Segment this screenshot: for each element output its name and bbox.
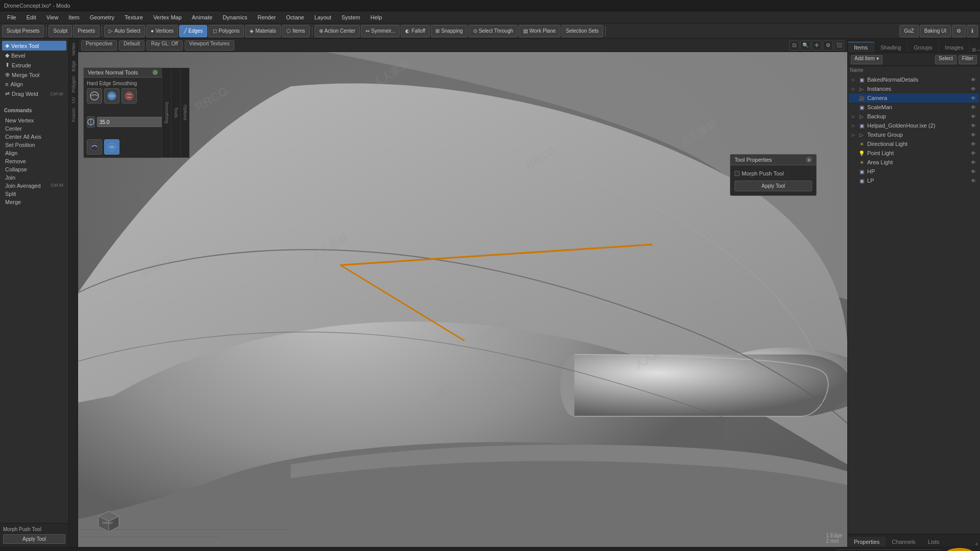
smooth-btn-4[interactable] — [87, 139, 102, 155]
scaleman-vis[interactable]: 👁 — [970, 104, 977, 111]
menu-view[interactable]: View — [42, 13, 63, 21]
vtab-vertex[interactable]: Vertex — [70, 41, 77, 58]
items-btn[interactable]: ⬡ Items — [282, 25, 309, 37]
vertices-btn[interactable]: ● Vertices — [146, 25, 178, 37]
pointlight-vis[interactable]: 👁 — [970, 149, 977, 157]
smooth-btn-2[interactable] — [104, 88, 119, 104]
viewport-textures-btn[interactable]: Viewport Textures — [185, 40, 234, 51]
backup-expand[interactable]: ▷ — [851, 114, 856, 119]
scene-camera[interactable]: 🎥 Camera 👁 — [849, 93, 979, 103]
arealight-vis[interactable]: 👁 — [970, 159, 977, 166]
camera-vis[interactable]: 👁 — [970, 94, 977, 102]
action-center-btn[interactable]: ⊕ Action Center — [314, 25, 360, 37]
scene-lp[interactable]: ▣ LP 👁 — [849, 176, 979, 185]
baked-vis[interactable]: 👁 — [970, 76, 977, 83]
snapping-btn[interactable]: ⊞ Snapping — [431, 25, 467, 37]
symmetry-btn[interactable]: ⇔ Symmeir... — [361, 25, 400, 37]
helpad-expand[interactable]: ▷ — [851, 123, 856, 128]
cmd-join-averaged[interactable]: Join Averaged Ctrl-M — [2, 182, 66, 190]
dirlight-vis[interactable]: 👁 — [970, 140, 977, 147]
rp-tab-groups[interactable]: Groups — [908, 42, 939, 53]
cmd-center[interactable]: Center — [2, 124, 66, 133]
selection-sets-btn[interactable]: Selection Sets — [561, 25, 603, 37]
tex-expand[interactable]: ▷ — [851, 132, 856, 137]
baking-ui-btn[interactable]: Baking UI — [920, 25, 951, 37]
smooth-value-input[interactable] — [97, 117, 167, 127]
edges-btn[interactable]: ╱ Edges — [179, 25, 207, 37]
dirlight-expand[interactable] — [851, 141, 856, 146]
viewport-settings-icon[interactable]: ⚙ — [823, 40, 833, 51]
command-input[interactable] — [837, 549, 939, 552]
rb-tab-channels[interactable]: Channels — [886, 537, 921, 547]
filter-btn[interactable]: Filter — [959, 55, 977, 64]
rp-tab-items[interactable]: Items — [848, 42, 874, 53]
menu-edit[interactable]: Edit — [22, 13, 40, 21]
viewport-canvas[interactable]: RRCG 人人素材 RRCG 人人素材 RRCG 人人素材 RRCG 人人素材 … — [78, 52, 847, 547]
cmd-merge[interactable]: Merge — [2, 198, 66, 206]
scene-area-light[interactable]: ☀ Area Light 👁 — [849, 158, 979, 167]
menu-item[interactable]: Item — [64, 13, 83, 21]
scene-helpad[interactable]: ▷ ▣ Helpad_GoldenHour.ixe (2) 👁 — [849, 121, 979, 130]
align-tool-item[interactable]: ≡ Align — [2, 80, 66, 89]
scene-scaleman[interactable]: ▣ ScaleMan 👁 — [849, 103, 979, 112]
scene-backup[interactable]: ▷ ▷ Backup 👁 — [849, 112, 979, 121]
add-item-btn[interactable]: Add Item ▾ — [851, 55, 883, 64]
lp-expand[interactable] — [851, 178, 856, 183]
sculpt-presets-btn[interactable]: Sculpt Presets — [2, 25, 44, 37]
pointlight-expand[interactable] — [851, 151, 856, 156]
arealight-expand[interactable] — [851, 160, 856, 165]
menu-help[interactable]: Help — [366, 13, 386, 21]
tp-apply-btn[interactable]: Apply Tool — [734, 181, 812, 191]
menu-file[interactable]: File — [3, 13, 20, 21]
vertex-tool-item[interactable]: ◈ Vertex Tool — [2, 41, 66, 51]
baked-expand[interactable]: ▷ — [851, 77, 856, 82]
polygons-btn[interactable]: ◻ Polygons — [208, 25, 244, 37]
menu-octane[interactable]: Octane — [282, 13, 308, 21]
scene-instances[interactable]: ▷ ▷ Instances 👁 — [849, 84, 979, 93]
viewport-shading-btn[interactable]: Default — [119, 40, 144, 51]
vtab-edge[interactable]: Edge — [70, 59, 77, 73]
menu-texture[interactable]: Texture — [120, 13, 147, 21]
menu-geometry[interactable]: Geometry — [86, 13, 118, 21]
sculpt-btn[interactable]: Sculpt — [48, 25, 72, 37]
viewport-fullscreen-icon[interactable]: ⬛ — [834, 40, 844, 51]
viewport-raygl-btn[interactable]: Ray GL: Off — [146, 40, 183, 51]
cmd-split[interactable]: Split — [2, 190, 66, 198]
cmd-join[interactable]: Join — [2, 173, 66, 182]
extrude-tool-item[interactable]: ⬆ Extrude — [2, 60, 66, 70]
menu-render[interactable]: Render — [253, 13, 280, 21]
info-icon-btn[interactable]: ℹ — [967, 25, 978, 37]
hp-vis[interactable]: 👁 — [970, 168, 977, 175]
presets-btn[interactable]: Presets — [73, 25, 100, 37]
smooth-btn-1[interactable] — [87, 88, 102, 104]
rp-tab-images[interactable]: Images — [939, 42, 970, 53]
vtab-polygon[interactable]: Polygon — [70, 74, 77, 95]
scene-baked-normals[interactable]: ▷ ▣ BakedNormalDetails 👁 — [849, 75, 979, 84]
scene-dir-light[interactable]: ☀ Directional Light 👁 — [849, 139, 979, 148]
menu-system[interactable]: System — [337, 13, 364, 21]
menu-layout[interactable]: Layout — [310, 13, 335, 21]
viewport-zoom-icon[interactable]: 🔍 — [800, 40, 811, 51]
cmd-collapse[interactable]: Collapse — [2, 165, 66, 173]
vtab-fusion[interactable]: Fusion — [70, 106, 77, 124]
select-btn[interactable]: Select — [935, 55, 957, 64]
auto-select-btn[interactable]: ▷ Auto Select — [104, 25, 145, 37]
drag-weld-item[interactable]: ⇌ Drag Weld Ctrl-W — [2, 89, 66, 98]
cmd-set-position[interactable]: Set Position — [2, 141, 66, 149]
tex-vis[interactable]: 👁 — [970, 131, 977, 138]
settings-icon-btn[interactable]: ⚙ — [952, 25, 966, 37]
goz-btn[interactable]: GoZ — [899, 25, 918, 37]
cmd-center-all-axis[interactable]: Center All Axis — [2, 133, 66, 141]
menu-animate[interactable]: Animate — [188, 13, 216, 21]
scene-texture-group[interactable]: ▷ ▷ Texture Group 👁 — [849, 130, 979, 139]
materials-btn[interactable]: ◈ Materials — [245, 25, 281, 37]
falloff-btn[interactable]: ◐ Falloff — [401, 25, 430, 37]
merge-tool-item[interactable]: ⊕ Merge Tool — [2, 70, 66, 80]
vtab-uv[interactable]: UV — [70, 95, 77, 106]
instances-expand[interactable]: ▷ — [851, 86, 856, 91]
viewport-nav-icon[interactable]: ✛ — [812, 40, 822, 51]
smooth-btn-3[interactable] — [121, 88, 137, 104]
bevel-tool-item[interactable]: ◆ Bevel — [2, 51, 66, 60]
work-plane-btn[interactable]: ▤ Work Plane — [519, 25, 560, 37]
menu-dynamics[interactable]: Dynamics — [218, 13, 251, 21]
